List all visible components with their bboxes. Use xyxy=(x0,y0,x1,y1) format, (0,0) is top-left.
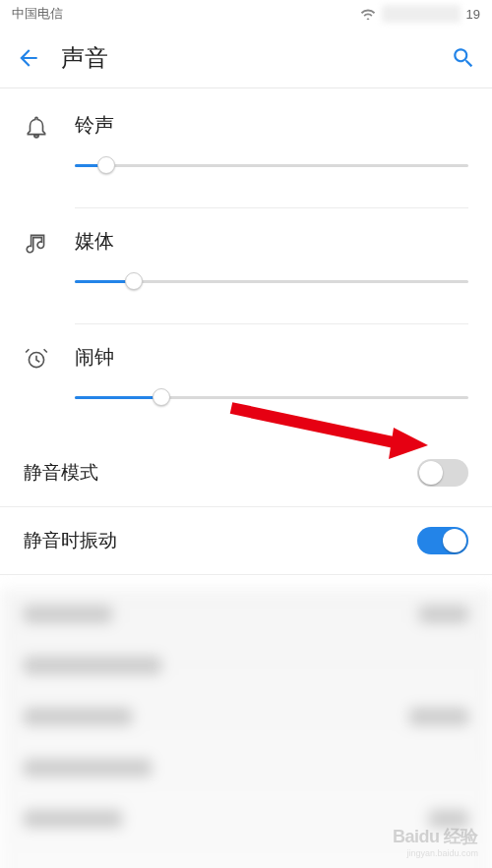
silent-mode-label: 静音模式 xyxy=(24,460,98,486)
page-title: 声音 xyxy=(61,42,431,74)
watermark-url: jingyan.baidu.com xyxy=(393,848,478,858)
music-icon xyxy=(24,230,49,256)
alarm-icon xyxy=(24,346,49,372)
content: 铃声 媒体 xyxy=(0,88,492,868)
status-bar: 中国电信 19 xyxy=(0,0,492,28)
media-slider[interactable] xyxy=(75,272,468,292)
silent-mode-toggle[interactable] xyxy=(417,459,468,487)
search-icon[interactable] xyxy=(451,45,476,71)
alarm-label: 闹钟 xyxy=(75,344,468,371)
bell-icon xyxy=(24,114,49,140)
wifi-icon xyxy=(360,8,376,20)
volume-ringtone-section: 铃声 媒体 xyxy=(0,88,492,432)
header: 声音 xyxy=(0,28,492,88)
carrier-label: 中国电信 xyxy=(12,5,63,23)
alarm-slider[interactable] xyxy=(75,388,468,408)
watermark: Baidu 经验 jingyan.baidu.com xyxy=(393,825,478,858)
silent-mode-row[interactable]: 静音模式 xyxy=(0,439,492,507)
vibrate-on-silent-label: 静音时振动 xyxy=(24,528,117,553)
vibrate-on-silent-toggle[interactable] xyxy=(417,527,468,554)
status-blur xyxy=(382,5,461,23)
ringtone-label: 铃声 xyxy=(75,112,468,139)
back-icon[interactable] xyxy=(16,45,41,71)
vibrate-on-silent-row[interactable]: 静音时振动 xyxy=(0,507,492,575)
time-fragment: 19 xyxy=(466,7,480,22)
ringtone-slider[interactable] xyxy=(75,156,468,176)
status-right: 19 xyxy=(360,5,480,23)
media-label: 媒体 xyxy=(75,228,468,255)
watermark-brand: Baidu 经验 xyxy=(393,825,478,848)
